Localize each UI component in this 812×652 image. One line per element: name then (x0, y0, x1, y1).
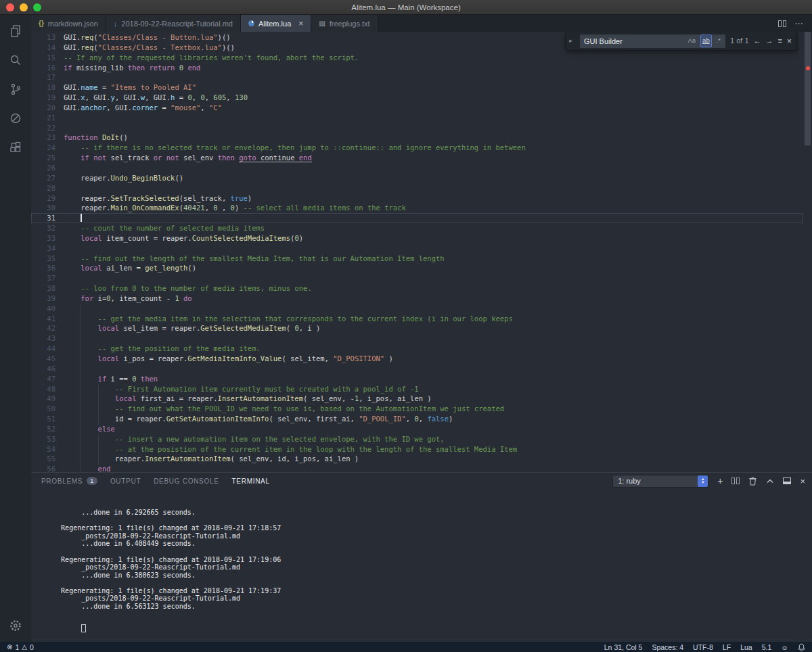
code-line[interactable]: 47 if i == 0 then (31, 374, 803, 384)
code-line[interactable]: 30 reaper.Main_OnCommandEx(40421, 0 , 0)… (31, 203, 803, 213)
tab-markdown-json[interactable]: {} markdown.json (31, 15, 106, 32)
panel-tab-debug-console[interactable]: DEBUG CONSOLE (154, 478, 219, 485)
code-line[interactable]: 18GUI.name = "Items to Pooled AI" (31, 83, 803, 93)
panel-tab-problems[interactable]: PROBLEMS 1 (41, 477, 97, 485)
code-line[interactable]: 53 -- insert a new automation item on th… (31, 434, 803, 444)
split-terminal-icon[interactable] (731, 478, 740, 484)
code-line[interactable]: 38 -- loo from 0 to the number of media … (31, 283, 803, 294)
notifications-bell-icon[interactable] (798, 643, 805, 651)
previous-match-icon[interactable]: ← (754, 37, 761, 45)
code-line[interactable]: 45 local i_pos = reaper.GetMediaItemInfo… (31, 354, 803, 364)
code-line[interactable]: 22 (31, 123, 803, 133)
code-line[interactable]: 27 reaper.Undo_BeginBlock() (31, 173, 803, 183)
indentation-status[interactable]: Spaces: 4 (652, 643, 683, 651)
terminal-picker[interactable]: 1: ruby ▲▼ (612, 475, 708, 488)
code-line[interactable]: 26 (31, 163, 803, 173)
feedback-smiley-icon[interactable]: ☺ (781, 643, 788, 651)
language-mode-status[interactable]: Lua (740, 643, 752, 651)
find-in-selection-icon[interactable]: ≡ (778, 37, 782, 45)
find-input[interactable] (584, 37, 683, 45)
code-line[interactable]: 54 -- at the posistion of the current it… (31, 444, 803, 455)
code-line[interactable]: 15-- If any of the requested libraries w… (31, 53, 803, 63)
line-number: 40 (31, 304, 61, 314)
close-find-icon[interactable]: × (787, 37, 792, 45)
problems-status[interactable]: ⊗ 1 △ 0 (7, 643, 34, 651)
code-line[interactable]: 44 -- get the position of the media item… (31, 344, 803, 354)
code-line[interactable]: 55 reaper.InsertAutomationItem( sel_env,… (31, 454, 803, 464)
minimize-window-button[interactable] (20, 3, 28, 11)
regex-icon[interactable]: .* (715, 34, 723, 47)
code-line[interactable]: 50 -- find out what the POOL_ID we need … (31, 404, 803, 414)
close-panel-icon[interactable]: × (800, 477, 805, 486)
explorer-icon[interactable] (7, 23, 24, 39)
line-number: 39 (31, 294, 61, 304)
code-line[interactable]: 19GUI.x, GUI.y, GUI.w, GUI.h = 0, 0, 605… (31, 93, 803, 103)
code-line[interactable]: 52 else (31, 424, 803, 434)
code-line[interactable]: 20GUI.anchor, GUI.corner = "mouse", "C" (31, 103, 803, 113)
tab-reascript-tutorial-md[interactable]: ↓ 2018-09-22-Reascript-Tutorial.md (106, 15, 241, 32)
new-terminal-icon[interactable]: + (717, 476, 723, 486)
code-line[interactable]: 21 (31, 113, 803, 123)
code-line[interactable]: 34 (31, 243, 803, 254)
code-line[interactable]: 36 local ai_len = get_length() (31, 263, 803, 273)
next-match-icon[interactable]: → (766, 37, 773, 45)
toggle-panel-position-icon[interactable] (783, 478, 791, 484)
tab-alitem-lua[interactable]: Alitem.lua × (241, 15, 311, 32)
code-line[interactable]: 35 -- find out the length of the smalles… (31, 254, 803, 264)
toggle-replace-icon[interactable]: ▸ (566, 32, 575, 50)
match-case-icon[interactable]: Aa (685, 34, 698, 47)
lua-version-status[interactable]: 5.1 (762, 643, 772, 651)
zoom-window-button[interactable] (33, 3, 41, 11)
code-line[interactable]: 28 (31, 183, 803, 193)
extensions-icon[interactable] (7, 139, 24, 156)
code-line[interactable]: 46 (31, 364, 803, 374)
code-line[interactable]: 37 (31, 273, 803, 283)
code-line[interactable]: 43 (31, 333, 803, 344)
settings-gear-icon[interactable] (0, 619, 31, 632)
editor-scrollbar[interactable] (805, 32, 811, 145)
search-icon[interactable] (7, 52, 24, 68)
line-number: 33 (31, 233, 61, 243)
code-line[interactable]: 31 (31, 213, 803, 223)
code-line[interactable]: 40 (31, 304, 803, 314)
code-line[interactable]: 32 -- count the number of selected media… (31, 223, 803, 233)
cursor-position-status[interactable]: Ln 31, Col 5 (604, 643, 643, 651)
panel-tab-output[interactable]: OUTPUT (110, 478, 141, 485)
whole-word-icon[interactable]: ab (700, 34, 712, 47)
editor-actions: ⋯ (778, 15, 812, 32)
line-number: 55 (31, 454, 61, 464)
eol-status[interactable]: LF (723, 643, 731, 651)
code-line[interactable]: 39 for i=0, item_count - 1 do (31, 294, 803, 304)
line-number: 30 (31, 203, 61, 213)
terminal[interactable]: ...done in 6.292665 seconds. Regeneratin… (31, 489, 812, 642)
code-line[interactable]: 48 -- First Automation item currently mu… (31, 384, 803, 394)
code-line[interactable]: 25 if not sel_track or not sel_env then … (31, 153, 803, 163)
code-line[interactable]: 17 (31, 72, 803, 83)
terminal-line: _posts/2018-09-22-Reascript-Tutorial.md (41, 595, 812, 603)
code-line[interactable]: 49 local first_ai = reaper.InsertAutomat… (31, 394, 803, 404)
tab-freeplugs-txt[interactable]: ▤ freeplugs.txt (311, 15, 378, 32)
code-line[interactable]: 24 -- if there is no selected track or e… (31, 143, 803, 153)
find-results-count: 1 of 1 (730, 36, 749, 46)
code-editor[interactable]: 13GUI.req("Classes/Class - Button.lua")(… (31, 32, 812, 472)
code-line[interactable]: 16if missing_lib then return 0 end (31, 63, 803, 73)
source-control-icon[interactable] (7, 81, 24, 97)
code-line[interactable]: 56 end (31, 464, 803, 472)
more-actions-icon[interactable]: ⋯ (794, 18, 804, 28)
kill-terminal-trash-icon[interactable] (748, 476, 757, 486)
panel-tab-terminal[interactable]: TERMINAL (232, 478, 270, 485)
close-tab-icon[interactable]: × (298, 20, 303, 28)
split-editor-icon[interactable] (778, 20, 786, 27)
tab-label: Alitem.lua (258, 20, 291, 28)
maximize-panel-icon[interactable] (766, 478, 774, 484)
close-window-button[interactable] (6, 3, 14, 11)
code-line[interactable]: 51 id = reaper.GetSetAutomationItemInfo(… (31, 414, 803, 424)
code-line[interactable]: 42 local sel_item = reaper.GetSelectedMe… (31, 323, 803, 333)
encoding-status[interactable]: UTF-8 (693, 643, 713, 651)
code-line[interactable]: 33 local item_count = reaper.CountSelect… (31, 233, 803, 243)
window-title: Alitem.lua — Main (Workspace) (351, 3, 460, 11)
code-line[interactable]: 41 -- get the media item in the selectio… (31, 314, 803, 324)
code-line[interactable]: 29 reaper.SetTrackSelected(sel_track, tr… (31, 193, 803, 204)
code-line[interactable]: 23function DoIt() (31, 133, 803, 143)
debug-icon[interactable] (7, 110, 24, 126)
